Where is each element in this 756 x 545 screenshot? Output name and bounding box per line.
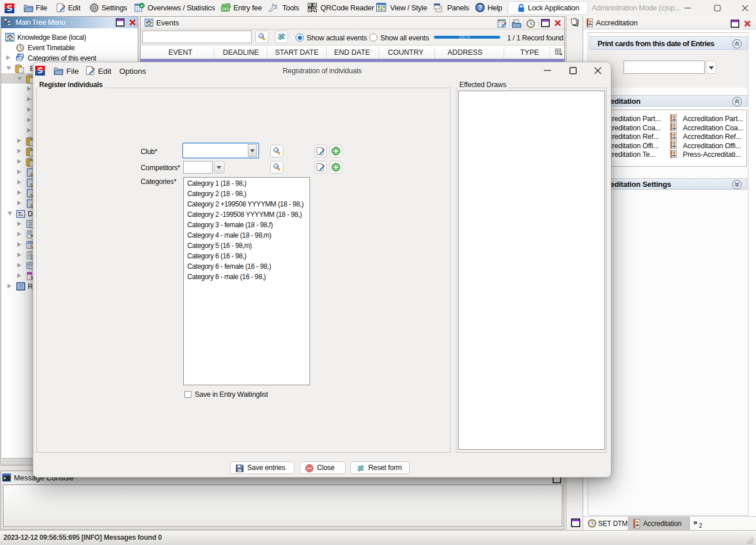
svg-text:?: ? [478,4,482,11]
